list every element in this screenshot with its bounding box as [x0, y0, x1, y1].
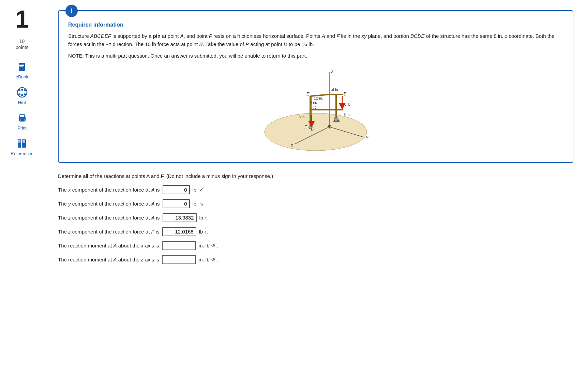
q1-direction: . [206, 186, 208, 194]
q1-unit: lb [193, 186, 197, 194]
question-row-moment-x: The reaction moment at A about the x axi… [58, 241, 573, 250]
svg-rect-20 [18, 142, 20, 143]
q5-unit: in.·lb ↺ . [199, 242, 218, 250]
svg-rect-18 [18, 140, 20, 141]
question-row-x-a: The x component of the reaction force at… [58, 185, 573, 194]
svg-point-10 [18, 93, 20, 95]
q2-check-icon: ↘ [199, 199, 204, 208]
q1-input[interactable] [163, 185, 190, 194]
q6-text-before: The reaction moment at A about the z axi… [58, 256, 159, 264]
references-label: References [11, 151, 33, 156]
svg-text:12 in.: 12 in. [314, 96, 323, 100]
q5-input[interactable] [162, 241, 196, 250]
svg-point-7 [18, 89, 20, 91]
svg-point-51 [309, 125, 312, 129]
sidebar-item-ebook[interactable]: eBook [16, 61, 28, 79]
question-row-y-a: The y component of the reaction force at… [58, 199, 573, 208]
question-row-moment-z: The reaction moment at A about the z axi… [58, 255, 573, 264]
svg-point-24 [265, 113, 367, 151]
svg-text:E: E [306, 91, 310, 96]
question-row-z-a: The z component of the reaction force at… [58, 213, 573, 222]
svg-text:x: x [290, 142, 293, 148]
sidebar-item-references[interactable]: References [11, 137, 33, 156]
note-text: NOTE: This is a multi-part question. Onc… [68, 52, 563, 60]
svg-rect-3 [19, 66, 23, 67]
q2-input[interactable] [163, 199, 190, 208]
svg-text:F: F [304, 124, 307, 130]
question-number: 1 [15, 7, 29, 31]
q4-text-before: The z component of the reaction force at… [58, 228, 160, 236]
svg-text:8 in.: 8 in. [344, 112, 351, 117]
references-icon [16, 137, 28, 150]
svg-rect-22 [22, 141, 25, 142]
q3-unit: lb ↑. [199, 214, 209, 222]
q2-direction: . [206, 200, 208, 208]
svg-rect-19 [18, 141, 20, 142]
hint-icon [16, 86, 28, 99]
svg-text:4 in.: 4 in. [332, 88, 339, 92]
q2-text-before: The y component of the reaction force at… [58, 200, 160, 208]
page-layout: 1 10 points eBook [0, 0, 587, 392]
svg-text:z: z [331, 69, 333, 74]
info-icon: ! [65, 5, 78, 17]
book-icon [16, 61, 28, 73]
sidebar-item-hint[interactable]: Hint [16, 86, 28, 105]
svg-rect-23 [22, 142, 25, 143]
svg-point-44 [334, 117, 338, 121]
q1-text-before: The x component of the reaction force at… [58, 186, 160, 194]
svg-text:B: B [344, 91, 347, 96]
sidebar-item-print[interactable]: Print [16, 112, 28, 131]
q6-input[interactable] [162, 255, 196, 264]
svg-text:10 lb: 10 lb [342, 102, 350, 106]
diagram-area: z y x [68, 65, 563, 154]
hint-label: Hint [18, 100, 26, 105]
svg-rect-13 [20, 119, 25, 121]
svg-text:y: y [366, 134, 369, 139]
sidebar: 1 10 points eBook [0, 0, 44, 392]
ebook-label: eBook [16, 74, 28, 79]
q4-input[interactable] [162, 227, 196, 236]
q4-unit: lb ↑. [199, 228, 209, 236]
questions-section: Determine all of the reactions at points… [58, 170, 573, 268]
svg-point-9 [24, 93, 26, 95]
info-box: ! Required information Structure ABCDEF … [58, 10, 573, 163]
q3-input[interactable] [163, 213, 197, 222]
svg-point-5 [21, 89, 23, 91]
svg-text:4 in.: 4 in. [310, 100, 317, 104]
svg-rect-21 [22, 140, 25, 141]
q5-text-before: The reaction moment at A about the x axi… [58, 242, 159, 250]
q6-unit: in.·lb ↺ . [199, 256, 218, 264]
svg-rect-12 [20, 115, 25, 117]
q1-check-icon: ✓ [199, 185, 204, 194]
points-label: 10 points [16, 38, 28, 50]
questions-intro: Determine all of the reactions at points… [58, 173, 573, 179]
svg-rect-15 [20, 120, 24, 121]
question-row-z-f: The z component of the reaction force at… [58, 227, 573, 236]
main-content: ! Required information Structure ABCDEF … [44, 0, 587, 392]
required-info-title: Required information [68, 22, 563, 28]
svg-point-6 [24, 89, 26, 91]
q3-text-before: The z component of the reaction force at… [58, 214, 160, 222]
print-label: Print [17, 125, 27, 131]
structure-diagram: z y x [258, 65, 374, 154]
q2-unit: lb [193, 200, 197, 208]
print-icon [16, 112, 28, 124]
svg-rect-2 [19, 65, 24, 66]
svg-rect-14 [20, 119, 24, 120]
svg-text:8 in.: 8 in. [299, 115, 306, 119]
svg-point-8 [21, 94, 23, 96]
svg-rect-1 [19, 64, 24, 64]
problem-text: Structure ABCDEF is supported by a pin a… [68, 32, 563, 48]
svg-text:D: D [313, 105, 316, 110]
